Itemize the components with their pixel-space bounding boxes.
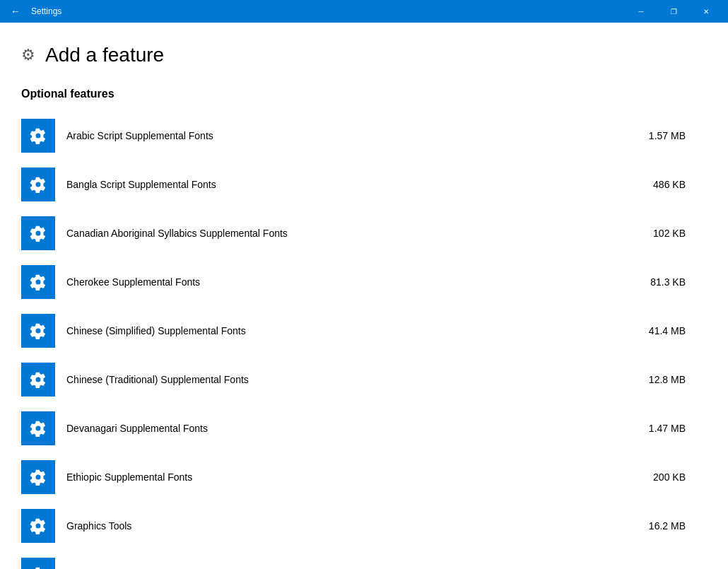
- feature-name: Canadian Aboriginal Syllabics Supplement…: [66, 228, 629, 239]
- titlebar-title: Settings: [31, 6, 625, 16]
- feature-size: 12.8 MB: [629, 374, 686, 385]
- feature-item[interactable]: Devanagari Supplemental Fonts1.47 MB: [21, 404, 700, 453]
- window-controls: ─ ❐ ✕: [625, 0, 722, 23]
- feature-item[interactable]: Graphics Tools16.2 MB: [21, 502, 700, 551]
- feature-icon-wrapper: [21, 314, 55, 348]
- feature-icon-wrapper: [21, 216, 55, 250]
- main-content: ⚙ Add a feature Optional features Arabic…: [0, 23, 728, 569]
- feature-size: 41.4 MB: [629, 325, 686, 336]
- gear-icon: [30, 371, 47, 388]
- feature-icon-wrapper: [21, 363, 55, 397]
- restore-button[interactable]: ❐: [657, 0, 690, 23]
- feature-icon-wrapper: [21, 265, 55, 299]
- feature-name: Cherokee Supplemental Fonts: [66, 276, 629, 288]
- feature-item[interactable]: Chinese (Traditional) Supplemental Fonts…: [21, 356, 700, 404]
- feature-item[interactable]: Gujarati Supplemental Fonts216 KB: [21, 551, 700, 569]
- feature-size: 81.3 KB: [629, 276, 686, 288]
- titlebar: ← Settings ─ ❐ ✕: [0, 0, 728, 23]
- minimize-icon: ─: [638, 8, 643, 16]
- feature-size: 16.2 MB: [629, 520, 686, 532]
- feature-name: Devanagari Supplemental Fonts: [66, 423, 629, 434]
- feature-icon-wrapper: [21, 460, 55, 494]
- feature-size: 1.47 MB: [629, 423, 686, 434]
- minimize-button[interactable]: ─: [625, 0, 657, 23]
- feature-list: Arabic Script Supplemental Fonts1.57 MB …: [21, 112, 700, 569]
- restore-icon: ❐: [671, 8, 677, 16]
- feature-icon-wrapper: [21, 168, 55, 201]
- feature-size: 486 KB: [629, 179, 686, 190]
- feature-item[interactable]: Bangla Script Supplemental Fonts486 KB: [21, 160, 700, 209]
- gear-icon: [30, 127, 47, 144]
- feature-name: Ethiopic Supplemental Fonts: [66, 471, 629, 483]
- feature-name: Chinese (Traditional) Supplemental Fonts: [66, 374, 629, 385]
- scrollable-area[interactable]: ⚙ Add a feature Optional features Arabic…: [0, 23, 728, 569]
- feature-name: Chinese (Simplified) Supplemental Fonts: [66, 325, 629, 336]
- close-icon: ✕: [703, 8, 709, 16]
- feature-name: Graphics Tools: [66, 520, 629, 532]
- gear-icon: [30, 420, 47, 437]
- back-icon: ←: [11, 6, 20, 17]
- gear-icon: [30, 176, 47, 193]
- page-title: Add a feature: [45, 44, 164, 66]
- gear-icon: [30, 322, 47, 339]
- feature-item[interactable]: Canadian Aboriginal Syllabics Supplement…: [21, 209, 700, 258]
- feature-icon-wrapper: [21, 119, 55, 153]
- feature-item[interactable]: Cherokee Supplemental Fonts81.3 KB: [21, 258, 700, 307]
- feature-size: 102 KB: [629, 228, 686, 239]
- page-header: ⚙ Add a feature: [21, 44, 700, 66]
- feature-item[interactable]: Arabic Script Supplemental Fonts1.57 MB: [21, 112, 700, 160]
- feature-name: Arabic Script Supplemental Fonts: [66, 130, 629, 141]
- gear-icon: [30, 517, 47, 534]
- section-title: Optional features: [21, 88, 700, 100]
- feature-size: 200 KB: [629, 471, 686, 483]
- feature-icon-wrapper: [21, 558, 55, 569]
- back-button[interactable]: ←: [6, 1, 25, 21]
- gear-icon: [30, 469, 47, 486]
- feature-icon-wrapper: [21, 509, 55, 543]
- feature-size: 1.57 MB: [629, 130, 686, 141]
- gear-icon: [30, 274, 47, 291]
- page-header-icon: ⚙: [21, 46, 35, 64]
- gear-icon: [30, 566, 47, 569]
- gear-icon: [30, 225, 47, 242]
- feature-item[interactable]: Ethiopic Supplemental Fonts200 KB: [21, 453, 700, 502]
- close-button[interactable]: ✕: [690, 0, 722, 23]
- feature-item[interactable]: Chinese (Simplified) Supplemental Fonts4…: [21, 307, 700, 356]
- feature-icon-wrapper: [21, 411, 55, 445]
- feature-name: Bangla Script Supplemental Fonts: [66, 179, 629, 190]
